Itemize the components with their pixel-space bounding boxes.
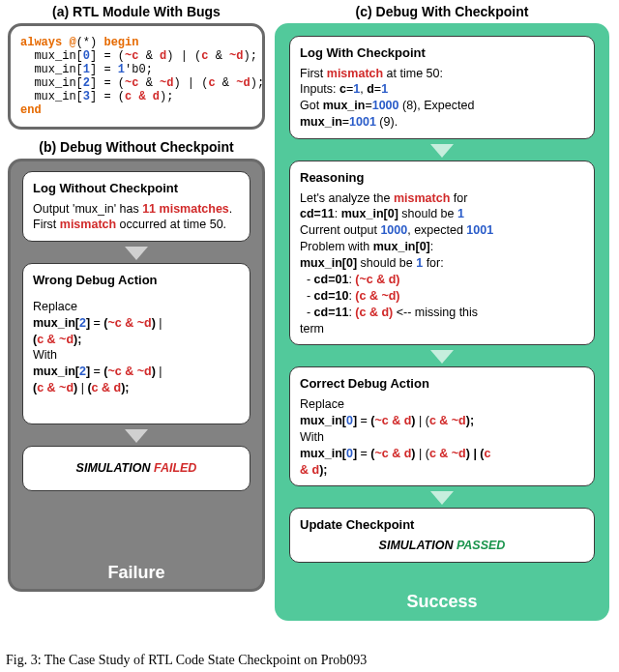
t: Current output [300,223,380,237]
code-block: always @(*) begin mux_in[0] = (~c & d) |… [20,36,252,117]
t: at time 50: [383,67,443,80]
card-title: Reasoning [300,169,584,187]
t: c & ~d [37,381,74,394]
t: 2 [79,365,86,378]
t: mux_in[0] [373,240,430,253]
card-update-checkpoint: Update Checkpoint SIMULATION PASSED [289,508,595,562]
t: cd=11 [314,306,349,319]
t: : [335,207,341,220]
t: mux_in [323,99,366,112]
card-title: Log Without Checkpoint [33,180,240,197]
arrow-down-icon [18,244,254,261]
t: (8), Expected [399,99,475,112]
t: Problem with [300,240,373,253]
t: 1001 [349,115,376,129]
arrow-down-icon [18,426,254,444]
t: ) | ( [466,447,485,460]
t: Let's analyze the [300,191,394,205]
svg-marker-0 [125,247,148,260]
t: for: [423,256,444,270]
t: 1001 [466,223,493,237]
t: cd=01 [314,273,349,286]
figure-caption: Fig. 3: The Case Study of RTL Code State… [0,653,619,668]
arrow-down-icon [285,347,599,365]
t: ~c & ~d [107,365,151,378]
t: | [156,316,162,330]
t: mux_in[ [33,365,79,378]
t: - [300,289,314,303]
t: c & ~d [429,414,466,427]
t: Got [300,99,323,112]
t: <-- missing this [393,306,478,319]
t: 1 [457,207,464,220]
t: mux_in[0] [341,207,398,220]
t: & d [300,463,319,477]
t: mux_in[ [300,414,346,427]
t: mux_in[0] [300,256,357,270]
t: = [90,316,103,330]
t: | ( [416,447,429,460]
t: , expected [407,223,466,237]
t: Replace [300,396,584,413]
card-wrong-action: Wrong Debug Action Replace mux_in[2] = (… [22,263,251,424]
t: ); [121,381,129,394]
t: d [367,82,374,96]
t: 1000 [372,99,399,112]
footer-failure: Failure [11,563,262,583]
status-passed: PASSED [457,539,505,552]
t: ); [466,414,474,427]
t: for [450,191,467,205]
t: mux_in [300,115,342,129]
svg-marker-3 [430,350,454,364]
arrow-down-icon [285,488,599,506]
svg-marker-1 [125,429,148,443]
card-title: Wrong Debug Action [33,272,240,289]
t: 0 [346,414,353,427]
label-c: (c) Debug With Checkpoint [275,4,609,19]
card-reasoning: Reasoning Let's analyze the mismatch for… [289,161,595,345]
footer-success: Success [278,592,606,612]
t: = [357,447,370,460]
t: | [77,381,87,394]
t: mux_in[ [33,316,79,330]
t: : [430,240,433,253]
t: mux_in[ [300,447,346,460]
svg-marker-2 [430,144,454,158]
text: occurred at time 50. [116,218,226,231]
card-sim-failed: SIMULATION FAILED [22,446,251,491]
t: ~c & d [374,447,411,460]
arrow-down-icon [285,141,599,159]
t: cd=10 [314,289,349,303]
t: With [300,429,584,446]
t: (c & ~d) [355,289,399,303]
t: (9). [376,115,398,129]
t: SIMULATION [379,539,457,552]
panel-rtl-bugs: always @(*) begin mux_in[0] = (~c & d) |… [8,23,265,130]
t: c [339,82,346,96]
card-title: Correct Debug Action [300,375,584,393]
t: mismatch [394,191,450,205]
t: = [342,115,349,129]
t: = [365,99,371,112]
t: | ( [416,414,429,427]
t: should be [398,207,457,220]
t: ~c & d [374,414,411,427]
t: - [300,273,314,286]
panel-without-checkpoint: Log Without Checkpoint Output 'mux_in' h… [8,159,265,592]
t: c & ~d [37,333,74,346]
card-log-without: Log Without Checkpoint Output 'mux_in' h… [22,171,251,242]
card-title: Update Checkpoint [300,516,584,534]
t: ); [74,333,81,346]
t: - [300,306,314,319]
t: c [485,447,491,460]
t: 1 [381,82,388,96]
t: c & d [92,381,122,394]
card-correct-action: Correct Debug Action Replace mux_in[0] =… [289,366,595,486]
t: cd=11 [300,207,335,220]
t: First [300,67,327,80]
text: Output 'mux_in' has [33,202,142,216]
text: With [33,347,240,364]
label-b: (b) Debug Without Checkpoint [8,139,265,155]
status-failed: FAILED [154,461,196,475]
label-a: (a) RTL Module With Bugs [8,4,265,19]
